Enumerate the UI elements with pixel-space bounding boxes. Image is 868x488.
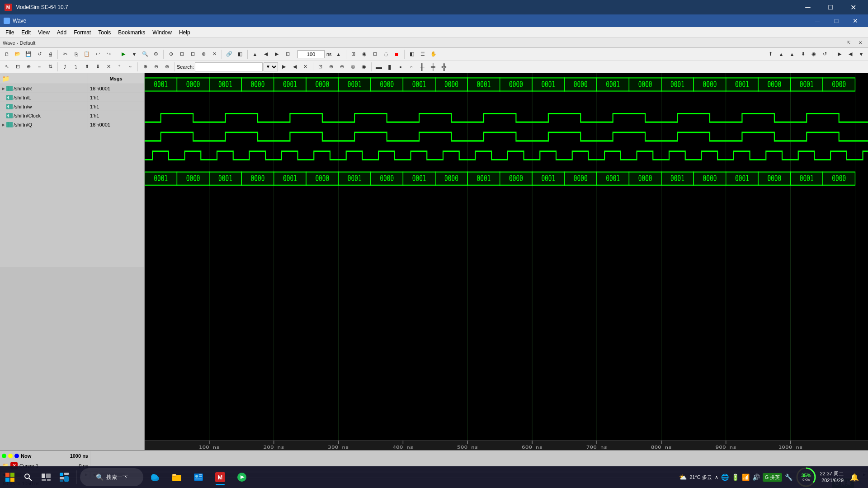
- tb2-zoom-in-button[interactable]: ⊕: [24, 62, 33, 72]
- tb-new-button[interactable]: 🗋: [2, 49, 12, 59]
- tb2-wave-type3-button[interactable]: ▪: [396, 62, 406, 72]
- tb-wave2-button[interactable]: ⊞: [177, 49, 187, 59]
- tb-cut-button[interactable]: ✂: [60, 49, 70, 59]
- tb-right7-button[interactable]: ▶: [835, 49, 844, 59]
- taskbar-app-green[interactable]: [232, 468, 252, 486]
- tb2-wave-y-button[interactable]: ⁺: [114, 62, 124, 72]
- collapse-all-icon[interactable]: 📁: [2, 75, 9, 82]
- tb-right8-button[interactable]: ◀: [845, 49, 855, 59]
- taskbar-files-button[interactable]: [167, 468, 187, 486]
- tb2-edge3-button[interactable]: ⊗: [162, 62, 172, 72]
- tb2-zoom-in2-button[interactable]: ⊕: [326, 62, 336, 72]
- notification-button[interactable]: 🔔: [846, 468, 863, 486]
- search-input[interactable]: [195, 62, 263, 71]
- tb2-edge1-button[interactable]: ⊕: [140, 62, 150, 72]
- tb2-wave-type5-button[interactable]: ╫: [417, 62, 427, 72]
- tb2-sort2-button[interactable]: ⇅: [45, 62, 55, 72]
- signal-row-Q[interactable]: ▶ /shiftn/Q 16'h0001: [0, 120, 144, 129]
- tb2-zoom-fit-button[interactable]: ⊡: [316, 62, 326, 72]
- taskbar-edge-button[interactable]: [145, 468, 165, 486]
- expand-icon-R[interactable]: ▶: [1, 86, 5, 91]
- tb-zoom3-button[interactable]: ⊟: [370, 49, 380, 59]
- weather-icon[interactable]: ⛅: [679, 474, 687, 481]
- tb-zoom1-button[interactable]: ⊞: [349, 49, 359, 59]
- taskbar-modelsim-button[interactable]: M: [210, 468, 230, 486]
- menu-window[interactable]: Window: [149, 28, 175, 37]
- volume-icon[interactable]: 🔊: [752, 474, 760, 481]
- tb-wave1-button[interactable]: ⊕: [166, 49, 176, 59]
- wave-maximize-button[interactable]: □: [827, 14, 845, 27]
- tb-fwd-button[interactable]: ▶: [272, 49, 282, 59]
- tb-paste-button[interactable]: 📋: [82, 49, 92, 59]
- search-go-button[interactable]: ▶: [279, 62, 289, 72]
- tb-back-button[interactable]: ◀: [261, 49, 271, 59]
- tb-redo-button[interactable]: ↪: [104, 49, 113, 59]
- menu-format[interactable]: Format: [70, 28, 94, 37]
- taskbar-search-button[interactable]: [20, 468, 36, 486]
- tb-undo-button[interactable]: ↩: [93, 49, 103, 59]
- menu-tools[interactable]: Tools: [94, 28, 114, 37]
- taskbar-settings-icon[interactable]: 🔧: [785, 474, 793, 481]
- search-back-button[interactable]: ◀: [290, 62, 300, 72]
- tb2-wave-z-button[interactable]: ~: [125, 62, 135, 72]
- tb-stop-button[interactable]: ⏹: [392, 49, 402, 59]
- tb2-wave-type2-button[interactable]: ▮: [385, 62, 395, 72]
- tb-refresh-button[interactable]: ↺: [34, 49, 44, 59]
- waveform-area[interactable]: 0001 0000 0001 0000 0001 0000: [145, 73, 868, 450]
- tb-search-button[interactable]: 🔍: [140, 49, 150, 59]
- start-button[interactable]: [2, 468, 18, 486]
- menu-bookmarks[interactable]: Bookmarks: [114, 28, 149, 37]
- tb2-wave-dn-button[interactable]: ⤵: [71, 62, 81, 72]
- tb2-box-button[interactable]: ⊡: [13, 62, 23, 72]
- tb-nav1-button[interactable]: ◧: [235, 49, 245, 59]
- widgets-button[interactable]: [56, 468, 72, 486]
- wifi-icon[interactable]: 📶: [742, 474, 750, 481]
- tb-run-menu-button[interactable]: ▼: [129, 49, 139, 59]
- tb-wave3-button[interactable]: ⊟: [188, 49, 198, 59]
- tb-save-button[interactable]: 💾: [24, 49, 33, 59]
- tb-right2-button[interactable]: ▲: [776, 49, 786, 59]
- tb-sim1-button[interactable]: ◧: [407, 49, 417, 59]
- signal-row-L[interactable]: /shiftn/L 1'h1: [0, 93, 144, 102]
- tb-right1-button[interactable]: ⬆: [765, 49, 775, 59]
- tb2-wave-up-button[interactable]: ⤴: [60, 62, 70, 72]
- expand-icon-Q[interactable]: ▶: [1, 122, 5, 127]
- tb-right9-button[interactable]: ▼: [856, 49, 866, 59]
- signal-row-Clock[interactable]: /shiftn/Clock 1'h1: [0, 111, 144, 120]
- wave-minimize-button[interactable]: ─: [808, 14, 826, 27]
- tb2-wave-type7-button[interactable]: ╬: [439, 62, 449, 72]
- tb2-sort1-button[interactable]: ≡: [34, 62, 44, 72]
- tb2-wave-x-button[interactable]: ✕: [104, 62, 113, 72]
- signal-row-w[interactable]: /shiftn/w 1'h1: [0, 102, 144, 111]
- tb-dock2-button[interactable]: ⊡: [283, 49, 292, 59]
- search-clear-button[interactable]: ✕: [301, 62, 311, 72]
- tb2-edge2-button[interactable]: ⊖: [151, 62, 161, 72]
- tb-right6-button[interactable]: ↺: [820, 49, 830, 59]
- tb-run-button[interactable]: ▶: [118, 49, 128, 59]
- tb-open-button[interactable]: 📂: [13, 49, 23, 59]
- tb-copy-button[interactable]: ⎘: [71, 49, 81, 59]
- menu-add[interactable]: Add: [53, 28, 70, 37]
- taskbar-clock[interactable]: 22:37 周二 2021/6/29: [820, 470, 844, 484]
- menu-help[interactable]: Help: [175, 28, 194, 37]
- tb-wave4-button[interactable]: ⊗: [198, 49, 208, 59]
- taskbar-g-widget[interactable]: G 拼英: [763, 473, 783, 482]
- arrow-up-icon[interactable]: ∧: [715, 474, 718, 480]
- tb-wave5-button[interactable]: ✕: [209, 49, 219, 59]
- menu-file[interactable]: File: [2, 28, 18, 37]
- signal-row-R[interactable]: ▶ /shiftn/R 16'h0001: [0, 84, 144, 93]
- tb-right4-button[interactable]: ⬇: [798, 49, 808, 59]
- battery-icon[interactable]: 🔋: [731, 474, 739, 481]
- tb-up-button[interactable]: ▲: [250, 49, 260, 59]
- tb2-wave-type1-button[interactable]: ▬: [374, 62, 384, 72]
- undock-button[interactable]: ✕: [855, 38, 865, 48]
- tb-right5-button[interactable]: ◉: [809, 49, 819, 59]
- tb-options-button[interactable]: ⚙: [151, 49, 161, 59]
- tb2-wave-type4-button[interactable]: ▫: [406, 62, 416, 72]
- taskbar-search-bar[interactable]: 🔍 搜索一下: [80, 468, 143, 486]
- close-button[interactable]: ✕: [843, 0, 863, 14]
- tb2-wave-type6-button[interactable]: ╪: [428, 62, 438, 72]
- task-view-button[interactable]: [38, 468, 54, 486]
- tb2-cursor-button[interactable]: ◉: [359, 62, 369, 72]
- tb-sim2-button[interactable]: ☰: [418, 49, 428, 59]
